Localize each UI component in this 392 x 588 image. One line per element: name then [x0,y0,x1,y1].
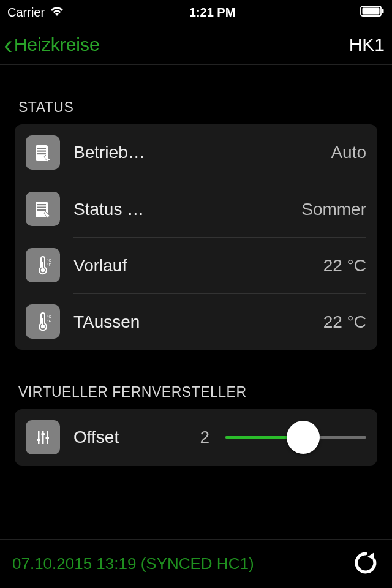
row-taussen[interactable]: °C °F TAussen 22 °C [26,293,366,350]
chevron-left-icon: ‹ [4,31,13,58]
svg-text:°F: °F [47,263,51,266]
row-value: 22 °C [323,256,366,276]
svg-text:°C: °C [47,315,51,318]
svg-rect-20 [42,431,44,444]
status-card: Betrieb… Auto Status … Sommer [15,124,377,350]
thermometer-icon: °C °F [26,248,60,282]
back-button[interactable]: ‹ Heizkreise [4,31,100,58]
content: STATUS Betrieb… Auto [0,99,392,466]
refresh-icon [353,550,379,578]
list-tap-icon [26,135,60,170]
wifi-icon [50,6,64,20]
svg-rect-22 [37,439,41,441]
svg-rect-1 [363,7,380,14]
carrier-label: Carrier [7,6,45,20]
row-label: TAussen [74,312,140,332]
refresh-button[interactable] [352,550,380,578]
svg-rect-16 [42,318,43,325]
sliders-icon [26,420,60,454]
bottom-bar: 07.10.2015 13:19 (SYNCED HC1) [0,539,392,588]
svg-rect-10 [37,209,46,211]
svg-rect-2 [382,9,384,13]
thermometer-icon: °C °F [26,304,60,339]
sync-status: 07.10.2015 13:19 (SYNCED HC1) [12,554,254,573]
row-value: Sommer [301,200,366,219]
section-header-remote: VIRTUELLER FERNVERSTELLER [15,384,377,401]
svg-rect-24 [46,437,50,439]
row-offset[interactable]: Offset 2 [26,409,366,466]
row-value: Auto [331,143,366,162]
svg-rect-23 [42,433,45,435]
svg-rect-5 [37,151,46,152]
row-value: 22 °C [323,312,366,332]
list-tap-icon [26,192,60,226]
battery-icon [360,6,385,20]
status-right [360,6,385,20]
svg-rect-8 [37,204,46,205]
status-left: Carrier [7,6,64,20]
back-label: Heizkreise [14,34,100,55]
row-betrieb[interactable]: Betrieb… Auto [26,124,366,181]
svg-rect-4 [37,148,46,149]
row-vorlauf[interactable]: °C °F Vorlauf 22 °C [26,237,366,293]
status-bar: Carrier 1:21 PM [0,0,392,24]
row-label: Offset [74,428,119,447]
row-label: Vorlauf [74,256,127,276]
offset-slider[interactable] [225,421,366,454]
page-title: HK1 [349,34,385,55]
row-status[interactable]: Status … Sommer [26,181,366,237]
svg-rect-9 [37,207,46,208]
svg-text:°F: °F [47,319,51,323]
svg-rect-12 [42,262,43,269]
remote-card: Offset 2 [15,409,377,466]
svg-rect-19 [38,431,40,444]
section-header-status: STATUS [15,99,377,116]
offset-value: 2 [195,428,209,447]
clock: 1:21 PM [189,6,236,20]
nav-bar: ‹ Heizkreise HK1 [0,24,392,65]
slider-thumb[interactable] [287,421,320,454]
svg-text:°C: °C [47,258,51,262]
row-label: Status … [74,200,144,219]
svg-rect-6 [37,153,46,154]
row-label: Betrieb… [74,143,145,162]
